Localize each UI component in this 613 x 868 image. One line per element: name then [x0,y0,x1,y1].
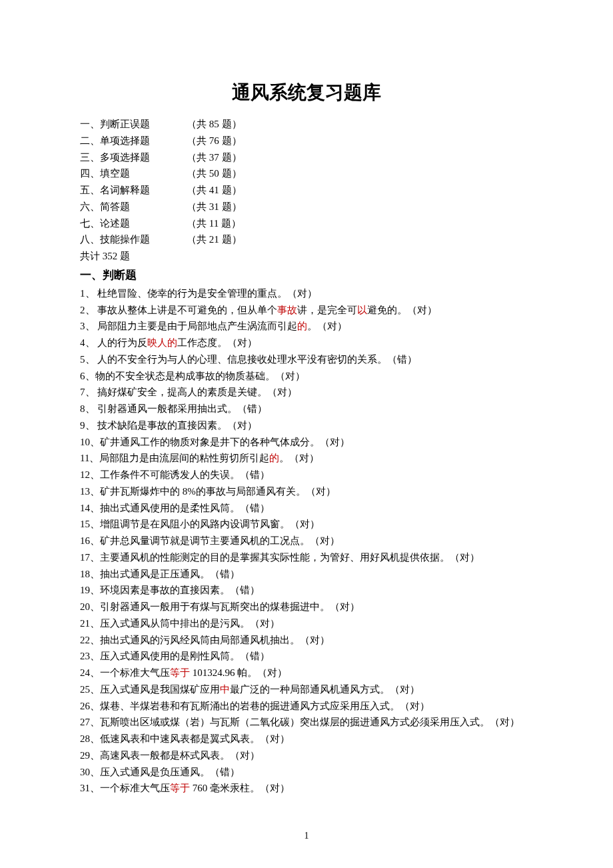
toc-count: （共 37 题） [187,149,242,166]
question-item: 1、 杜绝冒险、侥幸的行为是安全管理的重点。（对） [80,285,533,302]
page-number: 1 [0,831,613,841]
highlight-text: 的 [297,321,307,331]
question-text: 16、矿井总风量调节就是调节主要通风机的工况点。（对） [80,535,340,546]
toc-count: （共 76 题） [187,133,242,149]
question-item: 31、一个标准大气压等于 760 毫米汞柱。（对） [80,780,533,797]
question-text: 15、增阻调节是在风阻小的风路内设调节风窗。（对） [80,519,320,529]
toc-row: 五、名词解释题（共 41 题） [80,182,533,199]
toc-count: （共 50 题） [187,165,242,182]
question-text: 20、引射器通风一般用于有煤与瓦斯突出的煤巷掘进中。（对） [80,601,360,612]
question-text: 4、 人的行为反 [80,337,147,348]
question-item: 2、 事故从整体上讲是不可避免的，但从单个事故讲，是完全可以避免的。（对） [80,302,533,319]
question-item: 28、低速风表和中速风表都是翼式风表。（对） [80,731,533,747]
toc-row: 三、多项选择题（共 37 题） [80,149,533,166]
question-item: 16、矿井总风量调节就是调节主要通风机的工况点。（对） [80,533,533,549]
question-item: 7、 搞好煤矿安全，提高人的素质是关键。（对） [80,384,533,401]
question-text: 5、 人的不安全行为与人的心理、信息接收处理水平没有密切的关系。（错） [80,354,417,365]
question-text: 760 毫米汞柱。（对） [190,783,290,793]
question-item: 4、 人的行为反映人的工作态度。（对） [80,335,533,351]
question-text: 14、抽出式通风使用的是柔性风筒。（错） [80,503,270,513]
question-item: 30、压入式通风是负压通风。（错） [80,764,533,781]
question-item: 25、压入式通风是我国煤矿应用中最广泛的一种局部通风机通风方式。（对） [80,681,533,698]
question-text: 28、低速风表和中速风表都是翼式风表。（对） [80,733,290,744]
toc-label: 二、单项选择题 [80,133,187,149]
question-item: 23、压入式通风使用的是刚性风筒。（错） [80,648,533,665]
question-text: 23、压入式通风使用的是刚性风筒。（错） [80,651,270,661]
question-text: 24、一个标准大气压 [80,667,170,678]
toc-label: 六、简答题 [80,199,187,215]
toc-row: 二、单项选择题（共 76 题） [80,133,533,149]
toc-count: （共 11 题） [187,215,241,232]
question-text: 避免的。（对） [367,305,437,315]
question-item: 8、 引射器通风一般都采用抽出式。（错） [80,401,533,417]
question-text: 18、抽出式通风是正压通风。（错） [80,569,240,579]
question-item: 22、抽出式通风的污风经风筒由局部通风机抽出。（对） [80,632,533,649]
highlight-text: 映人的 [147,337,177,348]
question-item: 19、环境因素是事故的直接因素。（错） [80,582,533,599]
question-item: 21、压入式通风从筒中排出的是污风。（对） [80,615,533,632]
toc-label: 五、名词解释题 [80,182,187,199]
question-item: 26、煤巷、半煤岩巷和有瓦斯涌出的岩巷的掘进通风方式应采用压入式。（对） [80,698,533,715]
highlight-text: 事故 [277,305,297,315]
toc-label: 一、判断正误题 [80,116,187,133]
question-text: 101324.96 帕。（对） [190,667,287,678]
highlight-text: 等于 [170,783,190,793]
question-text: 12、工作条件不可能诱发人的失误。（错） [80,469,270,480]
question-text: 13、矿井瓦斯爆炸中的 8%的事故与局部通风有关。（对） [80,486,336,497]
question-text: 1、 杜绝冒险、侥幸的行为是安全管理的重点。（对） [80,288,317,299]
question-text: 10、矿井通风工作的物质对象是井下的各种气体成分。（对） [80,437,350,447]
total-count: 共计 352 题 [80,248,533,265]
question-item: 27、瓦斯喷出区域或煤（岩）与瓦斯（二氧化碳）突出煤层的掘进通风方式必须采用压入… [80,714,533,731]
question-list: 1、 杜绝冒险、侥幸的行为是安全管理的重点。（对）2、 事故从整体上讲是不可避免… [80,285,533,797]
question-item: 5、 人的不安全行为与人的心理、信息接收处理水平没有密切的关系。（错） [80,351,533,368]
highlight-text: 以 [357,305,367,315]
question-item: 3、 局部阻力主要是由于局部地点产生涡流而引起的。（对） [80,318,533,335]
question-text: 7、 搞好煤矿安全，提高人的素质是关键。（对） [80,387,297,397]
question-text: 工作态度。（对） [177,337,257,348]
question-item: 11、局部阻力是由流层间的粘性剪切所引起的。（对） [80,450,533,467]
question-text: 。（对） [307,321,347,331]
question-item: 17、主要通风机的性能测定的目的是掌握其实际性能，为管好、用好风机提供依据。（对… [80,549,533,566]
question-item: 13、矿井瓦斯爆炸中的 8%的事故与局部通风有关。（对） [80,483,533,500]
document-title: 通风系统复习题库 [80,80,533,105]
question-item: 15、增阻调节是在风阻小的风路内设调节风窗。（对） [80,516,533,533]
question-text: 8、 引射器通风一般都采用抽出式。（错） [80,403,267,414]
toc-row: 八、技能操作题（共 21 题） [80,231,533,248]
question-text: 19、环境因素是事故的直接因素。（错） [80,585,260,595]
question-text: 3、 局部阻力主要是由于局部地点产生涡流而引起 [80,321,297,331]
highlight-text: 的 [269,453,279,463]
toc-count: （共 21 题） [187,231,242,248]
question-text: 最广泛的一种局部通风机通风方式。（对） [230,684,420,695]
question-text: 9、 技术缺陷是事故的直接因素。（对） [80,420,257,431]
question-text: 21、压入式通风从筒中排出的是污风。（对） [80,618,280,629]
question-item: 14、抽出式通风使用的是柔性风筒。（错） [80,500,533,517]
question-text: 讲，是完全可 [297,305,357,315]
question-text: 2、 事故从整体上讲是不可避免的，但从单个 [80,305,277,315]
toc-count: （共 31 题） [187,199,242,215]
question-text: 25、压入式通风是我国煤矿应用 [80,684,220,695]
question-text: 。（对） [279,453,319,463]
toc-label: 四、填空题 [80,165,187,182]
question-item: 12、工作条件不可能诱发人的失误。（错） [80,467,533,483]
toc-count: （共 41 题） [187,182,242,199]
question-text: 6、物的不安全状态是构成事故的物质基础。（对） [80,371,305,381]
question-text: 17、主要通风机的性能测定的目的是掌握其实际性能，为管好、用好风机提供依据。（对… [80,552,480,563]
highlight-text: 中 [220,684,230,695]
table-of-contents: 一、判断正误题（共 85 题）二、单项选择题（共 76 题）三、多项选择题（共 … [80,116,533,248]
toc-label: 七、论述题 [80,215,187,232]
question-item: 29、高速风表一般都是杯式风表。（对） [80,747,533,764]
question-item: 24、一个标准大气压等于 101324.96 帕。（对） [80,665,533,681]
question-item: 18、抽出式通风是正压通风。（错） [80,566,533,583]
toc-label: 三、多项选择题 [80,149,187,166]
question-item: 6、物的不安全状态是构成事故的物质基础。（对） [80,368,533,385]
toc-row: 四、填空题（共 50 题） [80,165,533,182]
question-text: 29、高速风表一般都是杯式风表。（对） [80,750,260,761]
question-text: 31、一个标准大气压 [80,783,170,793]
toc-row: 七、论述题（共 11 题） [80,215,533,232]
question-text: 27、瓦斯喷出区域或煤（岩）与瓦斯（二氧化碳）突出煤层的掘进通风方式必须采用压入… [80,717,520,727]
toc-count: （共 85 题） [187,116,242,133]
question-text: 11、局部阻力是由流层间的粘性剪切所引起 [80,453,269,463]
toc-row: 一、判断正误题（共 85 题） [80,116,533,133]
highlight-text: 等于 [170,667,190,678]
question-item: 10、矿井通风工作的物质对象是井下的各种气体成分。（对） [80,434,533,451]
